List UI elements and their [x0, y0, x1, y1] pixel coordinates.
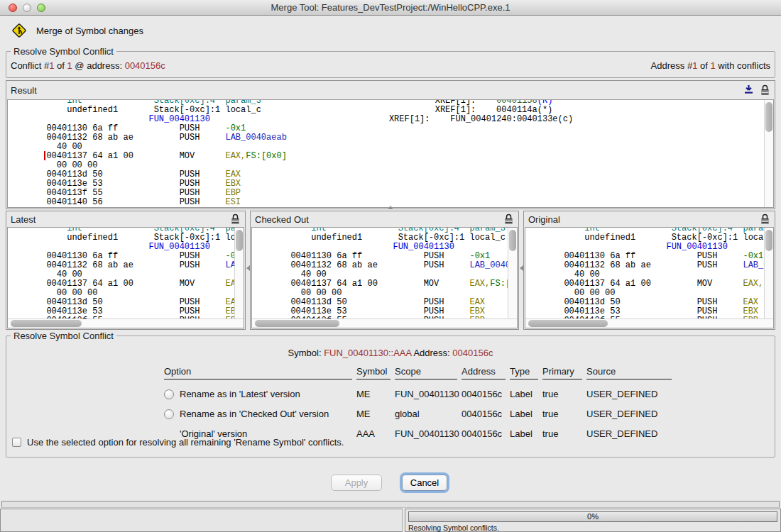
result-panel-title: Result — [11, 85, 738, 96]
latest-panel-header: Latest — [6, 211, 245, 227]
progress-area: 0% Resolving Symbol conflicts. — [405, 509, 781, 532]
column-header-symbol: Symbol — [356, 366, 390, 379]
latest-vertical-scrollbar[interactable] — [234, 228, 244, 318]
lock-icon[interactable] — [230, 214, 241, 225]
apply-button[interactable]: Apply — [331, 475, 382, 491]
option-symbol: AAA — [356, 428, 390, 439]
option-address: 0040156c — [462, 389, 506, 399]
checked-out-horizontal-scrollbar[interactable] — [252, 318, 517, 328]
option-scope: global — [395, 409, 457, 419]
option-type: Label — [510, 389, 538, 399]
title-bar: Merge Tool: Features_DevTestProject:/Win… — [0, 0, 781, 16]
column-header-scope: Scope — [395, 366, 457, 379]
apply-to-all-checkbox[interactable] — [12, 438, 21, 447]
conflict-counter: Conflict #1 of 1 @ address: 0040156c — [11, 60, 165, 71]
option-scope: FUN_00401130 — [395, 428, 457, 439]
checked-out-vertical-scrollbar[interactable] — [508, 228, 517, 318]
banner-title: Merge of Symbol changes — [36, 26, 143, 36]
merge-tool-window: { "window": { "title": "Merge Tool: Feat… — [0, 0, 781, 532]
option-row: Rename as in 'Checked Out' versionMEglob… — [164, 409, 676, 419]
option-scope: FUN_00401130 — [395, 389, 457, 399]
option-symbol: ME — [356, 409, 390, 419]
scrollbar-thumb[interactable] — [765, 102, 772, 132]
result-listing[interactable]: int Stack[0xc]:4 param_3 XREF[1]: 004011… — [7, 99, 774, 208]
options-header-row: Option Symbol Scope Address Type Primary… — [164, 366, 676, 379]
merge-banner: Merge of Symbol changes — [11, 23, 143, 38]
scrollbar-thumb[interactable] — [11, 320, 82, 327]
column-header-primary: Primary — [542, 366, 582, 379]
latest-horizontal-scrollbar[interactable] — [8, 318, 244, 328]
option-label: Rename as in 'Checked Out' version — [180, 409, 329, 419]
option-radio[interactable] — [164, 409, 174, 419]
checked-out-listing[interactable]: int Stack[0xc]:4 param_3 XREF[1]: 004011… — [251, 227, 518, 328]
scrollbar-thumb[interactable] — [236, 230, 243, 251]
window-title: Merge Tool: Features_DevTestProject:/Win… — [0, 2, 781, 13]
checked-out-panel: Checked Out int Stack[0xc]:4 param_3 XRE… — [250, 211, 519, 330]
latest-listing[interactable]: int Stack[0xc]:4 param_3 XREF[1]: 004011… — [7, 227, 244, 328]
result-panel: Result int Stack[0xc]:4 param_3 XREF[1]:… — [6, 80, 775, 209]
option-address: 0040156c — [462, 428, 506, 439]
apply-to-all-row: Use the selected option for resolving al… — [12, 437, 344, 448]
option-source: USER_DEFINED — [586, 428, 672, 439]
lock-icon[interactable] — [760, 214, 770, 225]
original-panel-header: Original — [524, 211, 775, 227]
resolve-conflict-group: Resolve Symbol Conflict Symbol: FUN_0040… — [6, 336, 775, 458]
option-radio[interactable] — [164, 389, 174, 399]
column-header-type: Type — [510, 366, 538, 379]
scrollbar-thumb[interactable] — [255, 320, 339, 327]
apply-to-all-label: Use the selected option for resolving al… — [27, 437, 344, 448]
resolve-conflict-legend: Resolve Symbol Conflict — [11, 331, 116, 341]
column-header-address: Address — [462, 366, 506, 379]
checked-out-panel-title: Checked Out — [255, 214, 498, 225]
progress-bar: 0% — [408, 511, 777, 522]
cancel-button[interactable]: Cancel — [402, 475, 447, 491]
symbol-address-line: Symbol: FUN_00401130::AAA Address: 00401… — [6, 348, 775, 358]
column-header-source: Source — [586, 366, 672, 379]
splitter-collapse-handle[interactable] — [388, 206, 393, 209]
option-primary: true — [542, 428, 582, 439]
original-panel: Original int Stack[0xc]:4 param_3 XREF[1… — [523, 211, 775, 330]
go-to-end-icon[interactable] — [743, 84, 754, 96]
scrollbar-thumb[interactable] — [528, 320, 608, 327]
address-counter: Address #1 of 1 with conflicts — [651, 60, 770, 71]
conflict-header-legend: Resolve Symbol Conflict — [11, 46, 116, 57]
scrollbar-thumb[interactable] — [765, 230, 772, 251]
result-vertical-scrollbar[interactable] — [764, 100, 773, 207]
column-header-option: Option — [164, 366, 352, 379]
latest-panel-title: Latest — [11, 214, 224, 225]
option-primary: true — [542, 409, 582, 419]
conflict-options-table: Option Symbol Scope Address Type Primary… — [164, 366, 676, 439]
latest-panel: Latest int Stack[0xc]:4 param_3 XREF[1]:… — [6, 211, 246, 330]
status-message-area — [0, 509, 403, 532]
original-panel-title: Original — [528, 214, 754, 225]
option-label: Rename as in 'Latest' version — [180, 389, 300, 399]
option-type: Label — [510, 409, 538, 419]
result-panel-header: Result — [6, 81, 775, 99]
progress-message: Resolving Symbol conflicts. — [408, 523, 499, 532]
lock-icon[interactable] — [503, 214, 514, 225]
original-listing[interactable]: int Stack[0xc]:4 param_3 XREF[1]: 004011… — [525, 227, 774, 328]
checked-out-panel-header: Checked Out — [251, 211, 518, 227]
merge-warning-icon — [11, 23, 27, 38]
lock-icon[interactable] — [760, 84, 770, 96]
option-address: 0040156c — [462, 409, 506, 419]
conflict-header-group: Resolve Symbol Conflict Conflict #1 of 1… — [6, 51, 775, 78]
option-row: Rename as in 'Latest' versionMEFUN_00401… — [164, 389, 676, 399]
option-source: USER_DEFINED — [586, 389, 672, 399]
option-source: USER_DEFINED — [586, 409, 672, 419]
tool-status-strip — [1, 501, 780, 508]
option-symbol: ME — [356, 389, 390, 399]
option-primary: true — [542, 389, 582, 399]
option-type: Label — [510, 428, 538, 439]
original-horizontal-scrollbar[interactable] — [525, 318, 773, 328]
original-vertical-scrollbar[interactable] — [764, 228, 773, 318]
scrollbar-thumb[interactable] — [509, 230, 516, 251]
